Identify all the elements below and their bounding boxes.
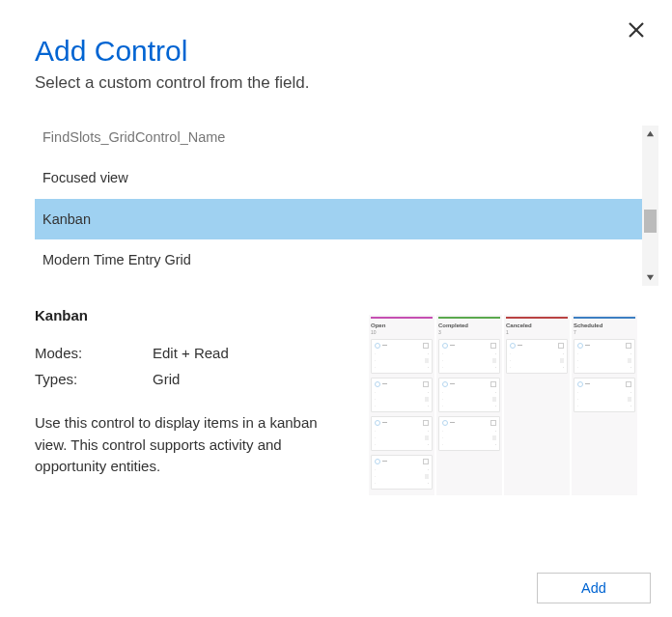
property-row: Modes:Edit + Read bbox=[35, 345, 350, 361]
add-control-dialog: Add Control Select a custom control from… bbox=[0, 0, 672, 617]
close-button[interactable] bbox=[628, 21, 645, 41]
property-label: Types: bbox=[35, 371, 153, 387]
kanban-preview-column: Canceled1—··· ·· bbox=[504, 315, 570, 495]
control-list-item[interactable]: Kanban bbox=[35, 199, 645, 239]
control-list: FindSlots_GridControl_NameFocused viewKa… bbox=[35, 126, 645, 286]
chevron-up-icon bbox=[646, 129, 655, 138]
control-description: Use this control to display items in a k… bbox=[35, 412, 350, 478]
svg-marker-2 bbox=[647, 131, 654, 136]
control-list-item[interactable]: Modern Time Entry Grid bbox=[35, 239, 645, 280]
property-value: Grid bbox=[153, 371, 180, 387]
kanban-preview-column: Scheduled7—··· ··—··· ·· bbox=[572, 315, 637, 495]
add-button[interactable]: Add bbox=[537, 573, 651, 603]
property-label: Modes: bbox=[35, 345, 153, 361]
control-list-item[interactable]: FindSlots_GridControl_Name bbox=[35, 126, 645, 157]
scrollbar-thumb[interactable] bbox=[644, 210, 657, 233]
dialog-header: Add Control Select a custom control from… bbox=[0, 0, 672, 104]
selected-control-name: Kanban bbox=[35, 307, 350, 323]
kanban-preview-column: Completed3—··· ··—··· ··—··· ·· bbox=[436, 315, 502, 495]
close-icon bbox=[628, 21, 645, 39]
control-properties: Modes:Edit + ReadTypes:Grid bbox=[35, 345, 350, 387]
control-list-item[interactable]: New Schedule Board bbox=[35, 280, 645, 286]
property-value: Edit + Read bbox=[153, 345, 229, 361]
control-preview: Open10—··· ··—··· ··—··· ··—··· ··Comple… bbox=[369, 307, 637, 495]
control-list-container: FindSlots_GridControl_NameFocused viewKa… bbox=[0, 126, 672, 286]
dialog-title: Add Control bbox=[35, 35, 637, 68]
list-scrollbar[interactable] bbox=[642, 126, 658, 286]
scroll-down-button[interactable] bbox=[642, 269, 658, 286]
control-list-item[interactable]: Focused view bbox=[35, 157, 645, 198]
property-row: Types:Grid bbox=[35, 371, 350, 387]
kanban-preview-image: Open10—··· ··—··· ··—··· ··—··· ··Comple… bbox=[369, 315, 637, 495]
chevron-down-icon bbox=[646, 273, 655, 282]
dialog-footer: Add bbox=[537, 573, 651, 603]
details-text-column: Kanban Modes:Edit + ReadTypes:Grid Use t… bbox=[35, 307, 350, 495]
scroll-up-button[interactable] bbox=[642, 126, 658, 142]
kanban-preview-column: Open10—··· ··—··· ··—··· ··—··· ·· bbox=[369, 315, 434, 495]
scrollbar-track[interactable] bbox=[642, 142, 658, 269]
svg-marker-3 bbox=[647, 275, 654, 280]
control-list-viewport: FindSlots_GridControl_NameFocused viewKa… bbox=[35, 126, 645, 286]
dialog-subtitle: Select a custom control from the field. bbox=[35, 73, 637, 93]
control-details: Kanban Modes:Edit + ReadTypes:Grid Use t… bbox=[0, 286, 672, 495]
